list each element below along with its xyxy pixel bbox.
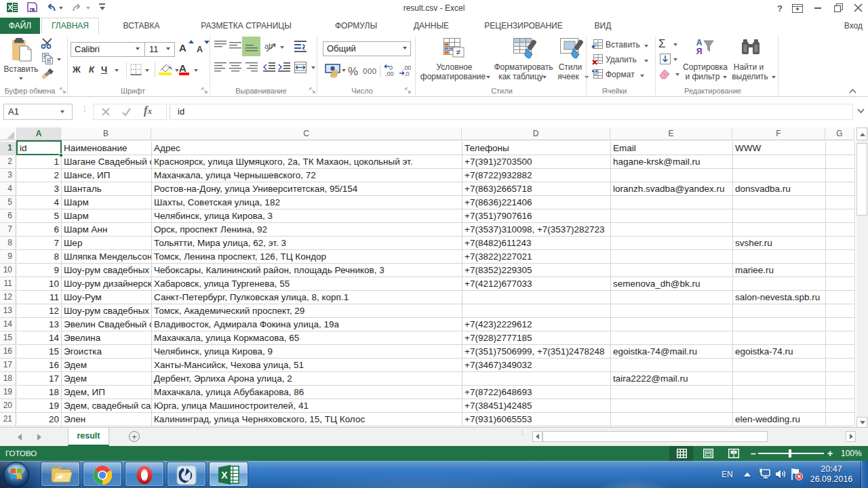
- svg-text:Я: Я: [696, 47, 703, 56]
- svg-text:ab: ab: [264, 42, 273, 50]
- svg-text:,00: ,00: [385, 70, 394, 77]
- svg-text:≠: ≠: [456, 47, 461, 57]
- svg-text:А: А: [696, 38, 703, 47]
- svg-text:X: X: [221, 470, 228, 481]
